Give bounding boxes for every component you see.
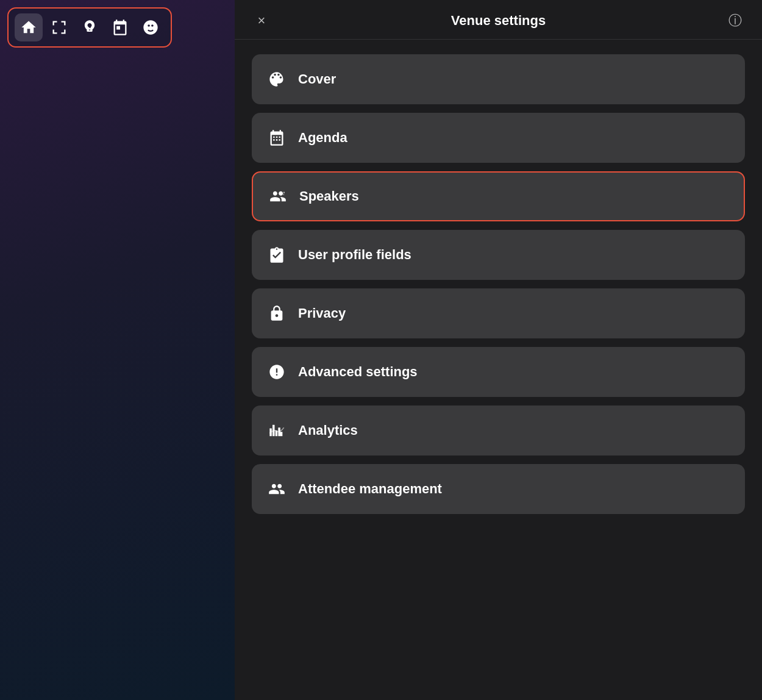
menu-item-speakers-label: Speakers [299, 188, 359, 204]
menu-item-cover[interactable]: Cover [252, 54, 745, 104]
menu-item-agenda[interactable]: Agenda [252, 113, 745, 163]
menu-item-attendee-management[interactable]: Attendee management [252, 464, 745, 514]
menu-item-analytics[interactable]: Analytics [252, 405, 745, 455]
menu-item-advanced-settings-label: Advanced settings [298, 364, 418, 380]
toolbar-emoji-button[interactable] [137, 13, 165, 41]
calendar-icon [112, 19, 129, 36]
menu-item-user-profile-fields[interactable]: User profile fields [252, 230, 745, 280]
toolbar [7, 7, 172, 48]
menu-item-advanced-settings[interactable]: Advanced settings [252, 347, 745, 397]
menu-item-analytics-label: Analytics [298, 423, 358, 438]
menu-item-attendee-management-label: Attendee management [298, 481, 442, 497]
toolbar-settings-button[interactable] [76, 13, 104, 41]
lock-icon [266, 305, 287, 322]
analytics-icon [266, 422, 287, 439]
menu-item-privacy-label: Privacy [298, 305, 346, 321]
home-icon [20, 19, 37, 36]
toolbar-calendar-button[interactable] [106, 13, 134, 41]
menu-item-cover-label: Cover [298, 71, 336, 87]
speaker-person-icon [268, 188, 288, 205]
sidebar [0, 0, 235, 700]
panel-header: × Venue settings ⓘ [235, 0, 762, 40]
fullscreen-icon [51, 19, 68, 36]
calendar-grid-icon [266, 129, 287, 146]
menu-item-privacy[interactable]: Privacy [252, 288, 745, 338]
palette-icon [266, 71, 287, 88]
menu-item-speakers[interactable]: Speakers [252, 171, 745, 221]
close-button[interactable]: × [252, 11, 271, 30]
menu-item-user-profile-fields-label: User profile fields [298, 247, 411, 263]
close-icon: × [258, 13, 266, 29]
clipboard-edit-icon [266, 246, 287, 263]
menu-item-agenda-label: Agenda [298, 130, 347, 146]
svg-point-0 [283, 191, 285, 193]
people-icon [266, 480, 287, 498]
info-icon: ⓘ [728, 12, 742, 30]
settings-icon [81, 19, 98, 36]
emoji-icon [142, 19, 159, 36]
exclamation-circle-icon [266, 363, 287, 380]
info-button[interactable]: ⓘ [725, 11, 745, 30]
toolbar-home-button[interactable] [15, 13, 43, 41]
menu-list: Cover Agenda Speakers [235, 40, 762, 700]
toolbar-fullscreen-button[interactable] [45, 13, 73, 41]
panel-title: Venue settings [271, 13, 725, 29]
venue-settings-panel: × Venue settings ⓘ Cover Agenda [235, 0, 762, 700]
